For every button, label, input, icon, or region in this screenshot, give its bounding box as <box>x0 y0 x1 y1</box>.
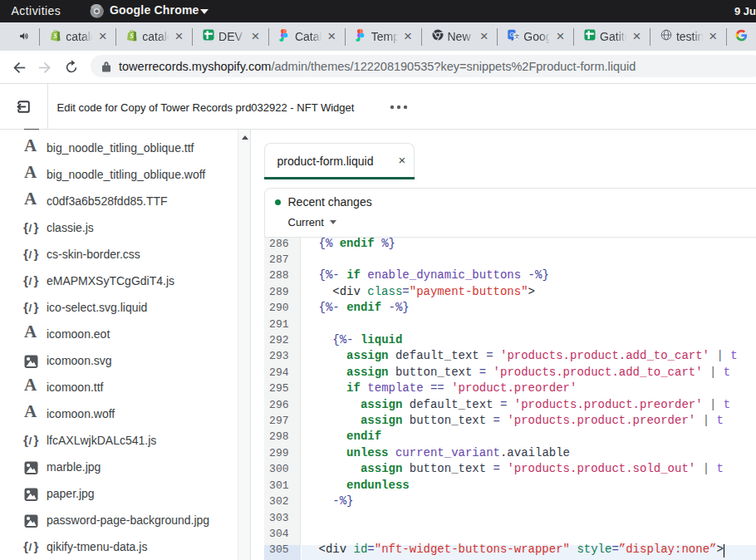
svg-text:S: S <box>130 33 134 40</box>
svg-text:S: S <box>54 33 57 40</box>
svg-text:文: 文 <box>514 33 519 39</box>
